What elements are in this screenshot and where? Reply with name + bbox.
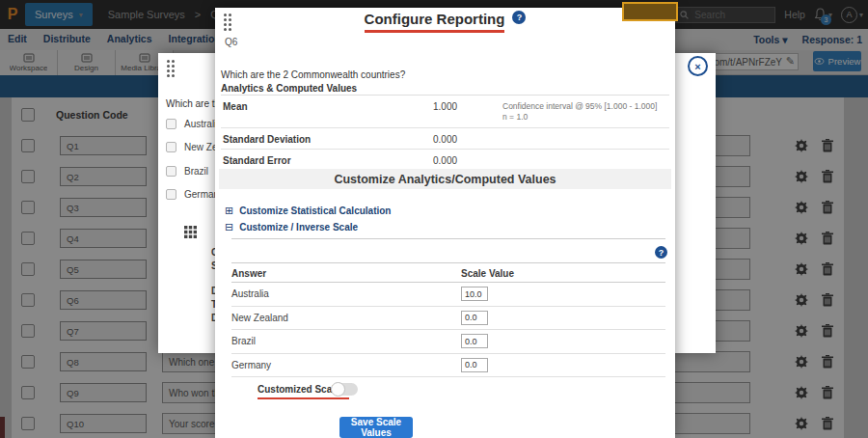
option-checkbox[interactable]	[166, 189, 176, 200]
save-scale-values-button[interactable]: Save Scale Values	[339, 417, 413, 438]
configure-reporting-modal: Configure Reporting? Q6 Which are the 2 …	[215, 8, 675, 438]
divider	[231, 262, 665, 263]
analytics-heading: Analytics & Computed Values	[221, 83, 357, 94]
scale-value-input[interactable]	[461, 287, 488, 301]
stat-label: Mean	[223, 101, 433, 123]
scale-value-input[interactable]	[461, 334, 488, 348]
collapsible-section-toggle[interactable]: ⊟ Customize / Inverse Scale	[225, 219, 391, 235]
question-code-label: Q6	[225, 37, 237, 47]
answers-grid-icon	[184, 226, 197, 238]
customized-scaling-toggle[interactable]	[332, 383, 358, 396]
collapsible-section-toggle[interactable]: ⊞ Customize Statistical Calculation	[225, 203, 391, 219]
analytics-stats: Mean 1.000 Confidence interval @ 95% [1.…	[221, 95, 669, 171]
stat-value: 1.000	[433, 101, 502, 123]
answer-label: Germany	[231, 360, 461, 370]
divider	[231, 238, 665, 239]
scale-value-column-header: Scale Value	[461, 268, 514, 279]
help-icon[interactable]: ?	[655, 246, 667, 259]
expand-collapse-icon[interactable]: ⊟	[225, 221, 233, 233]
stat-row: Mean 1.000 Confidence interval @ 95% [1.…	[221, 96, 669, 128]
stat-row: Standard Deviation 0.000	[221, 128, 669, 150]
scale-row: New Zealand	[231, 307, 665, 331]
expand-collapse-icon[interactable]: ⊞	[225, 205, 233, 217]
modal-title: Configure Reporting	[365, 11, 505, 33]
collapsible-sections: ⊞ Customize Statistical Calculation ⊟ Cu…	[225, 203, 391, 235]
option-checkbox[interactable]	[166, 119, 176, 129]
stat-label: Standard Error	[223, 155, 433, 166]
close-icon[interactable]: ×	[688, 56, 708, 76]
answer-label: New Zealand	[231, 313, 461, 323]
stat-row: Standard Error 0.000	[221, 150, 669, 170]
answer-label: Brazil	[231, 336, 461, 346]
scale-value-input[interactable]	[461, 311, 488, 325]
screen: P Surveys ▾ Sample Surveys > Qu Help 3	[0, 0, 868, 438]
drag-handle-icon[interactable]	[167, 60, 175, 77]
scale-row: Brazil	[231, 330, 665, 354]
stat-value: 0.000	[433, 155, 502, 166]
scale-table-rows: Australia New Zealand Brazil Germany	[231, 283, 665, 377]
toggle-knob	[331, 382, 345, 397]
answer-column-header: Answer	[231, 268, 461, 279]
scale-table-header: Answer Scale Value	[231, 268, 665, 279]
highlighted-action-button[interactable]	[622, 2, 678, 21]
stat-label: Standard Deviation	[223, 134, 433, 145]
customize-section-heading: Customize Analytics/Computed Values	[219, 169, 671, 189]
option-checkbox[interactable]	[166, 142, 176, 152]
stat-note: Confidence interval @ 95% [1.000 - 1.000…	[502, 101, 657, 123]
scale-row: Australia	[231, 283, 665, 307]
scale-value-input[interactable]	[461, 358, 488, 372]
option-checkbox[interactable]	[166, 166, 176, 177]
answer-label: Australia	[231, 288, 461, 299]
scale-row: Germany	[231, 354, 665, 378]
help-icon[interactable]: ?	[512, 11, 526, 24]
question-text: Which are the 2 Commonwealth countries?	[221, 69, 405, 80]
stat-value: 0.000	[433, 134, 502, 145]
